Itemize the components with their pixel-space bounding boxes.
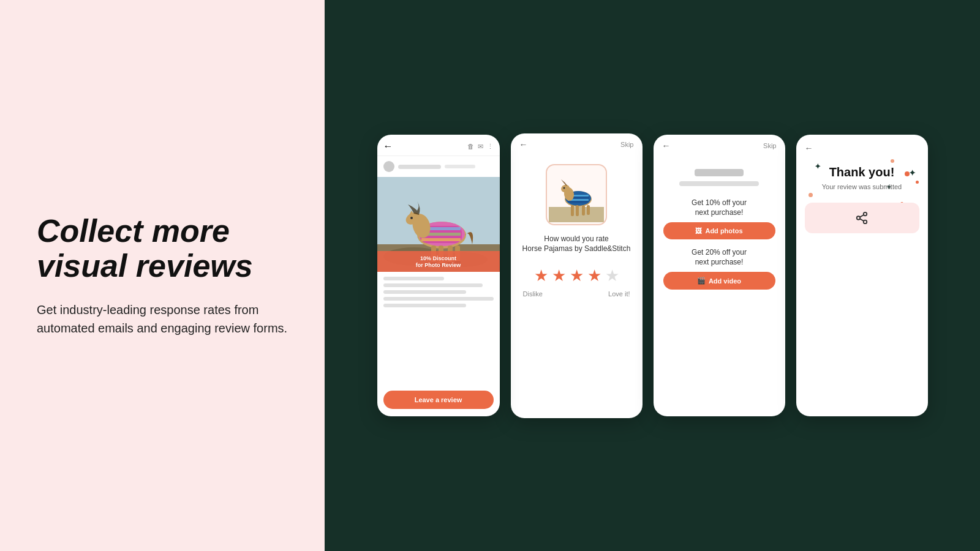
media-placeholder-top [695, 169, 744, 176]
rating-skip-label[interactable]: Skip [620, 141, 633, 148]
rating-card: ← Skip [511, 133, 643, 418]
product-image-box [546, 164, 607, 225]
rating-labels: Dislike Love it! [511, 290, 643, 298]
email-hero-image: 10% Discount for Photo Review [377, 177, 500, 272]
confetti-area: ✦ ✦ ✦ [796, 135, 928, 257]
left-panel: Collect more visual reviews Get industry… [0, 0, 325, 551]
sender-name-bar [398, 165, 441, 169]
leave-review-button[interactable]: Leave a review [383, 391, 494, 409]
svg-line-40 [860, 215, 864, 217]
email-card: ← 🗑 ✉ ⋮ [377, 135, 500, 416]
photo-icon: 🖼 [695, 227, 702, 234]
svg-line-39 [860, 219, 864, 221]
star-4[interactable]: ★ [587, 266, 601, 285]
sender-avatar [383, 161, 394, 172]
text-line-2 [383, 283, 483, 287]
thankyou-card: ← ✦ ✦ ✦ Thank you! Your review was submi… [796, 135, 928, 416]
media-placeholder-line [679, 181, 759, 186]
confetti-star-3: ✦ [815, 162, 821, 171]
media-nav: ← Skip [654, 135, 785, 157]
product-horse-image [549, 167, 604, 222]
video-section-label: Get 20% off your next purchase! [663, 248, 775, 267]
media-card: ← Skip Get 10% off your next purchase! 🖼… [654, 135, 785, 416]
discount-overlay: 10% Discount for Photo Review [377, 251, 500, 272]
main-headline: Collect more visual reviews [37, 214, 288, 283]
text-line-4 [383, 297, 494, 301]
email-action-icons: 🗑 ✉ ⋮ [467, 143, 494, 151]
share-icon[interactable] [855, 211, 869, 225]
svg-point-13 [410, 217, 413, 219]
star-3[interactable]: ★ [570, 266, 584, 285]
email-body-content [377, 272, 500, 386]
add-video-button[interactable]: 🎬 Add video [663, 272, 775, 290]
right-panel: ← 🗑 ✉ ⋮ [325, 0, 980, 551]
confetti-dot-3 [916, 181, 919, 184]
svg-rect-9 [421, 238, 461, 241]
star-1[interactable]: ★ [534, 266, 548, 285]
love-label: Love it! [608, 290, 630, 298]
dislike-label: Dislike [523, 290, 543, 298]
text-line-1 [383, 277, 444, 280]
media-back-icon[interactable]: ← [662, 141, 671, 151]
email-top-bar: ← 🗑 ✉ ⋮ [377, 135, 500, 156]
back-icon[interactable]: ← [383, 141, 393, 152]
more-icon[interactable]: ⋮ [487, 143, 494, 151]
svg-point-37 [857, 216, 861, 220]
email-sender-row [377, 156, 500, 177]
confetti-dot-1 [905, 171, 910, 176]
main-description: Get industry-leading response rates from… [37, 301, 288, 337]
star-2[interactable]: ★ [552, 266, 566, 285]
sender-date-bar [445, 165, 475, 168]
svg-rect-32 [571, 205, 574, 216]
text-line-5 [383, 304, 466, 307]
svg-rect-34 [582, 205, 585, 216]
mail-icon[interactable]: ✉ [478, 143, 483, 151]
stars-row[interactable]: ★ ★ ★ ★ ★ [534, 266, 619, 285]
rating-question: How would you rate Horse Pajamas by Sadd… [513, 234, 641, 255]
svg-point-31 [564, 187, 565, 189]
share-section [805, 203, 919, 233]
svg-point-36 [864, 212, 867, 216]
thankyou-title: Thank you! [829, 165, 895, 179]
thankyou-back-icon[interactable]: ← [805, 143, 813, 153]
rating-nav: ← Skip [511, 133, 643, 156]
delete-icon[interactable]: 🗑 [467, 143, 474, 150]
video-icon: 🎬 [697, 277, 706, 285]
photos-section: Get 10% off your next purchase! 🖼 Add ph… [654, 198, 785, 239]
rating-back-icon[interactable]: ← [519, 140, 528, 149]
text-line-3 [383, 290, 466, 294]
thankyou-nav: ← [805, 143, 919, 153]
confetti-star-1: ✦ [909, 168, 916, 178]
confetti-dot-4 [809, 193, 813, 197]
svg-rect-33 [576, 205, 579, 216]
svg-point-38 [864, 220, 867, 224]
video-section: Get 20% off your next purchase! 🎬 Add vi… [654, 248, 785, 290]
confetti-dot-2 [891, 159, 894, 163]
add-photos-button[interactable]: 🖼 Add photos [663, 222, 775, 239]
thankyou-subtitle: Your review was submitted [822, 183, 902, 190]
star-5[interactable]: ★ [605, 266, 619, 285]
media-skip-label[interactable]: Skip [763, 142, 776, 149]
svg-rect-35 [587, 205, 590, 215]
photos-section-label: Get 10% off your next purchase! [663, 198, 775, 217]
